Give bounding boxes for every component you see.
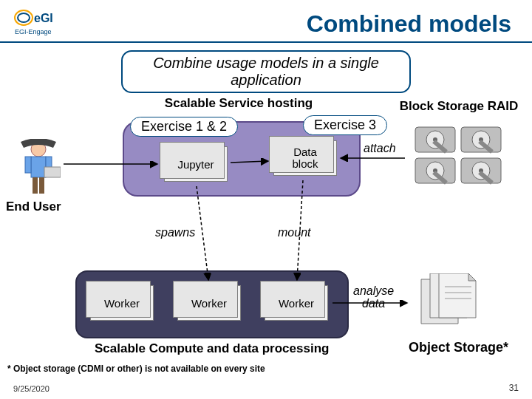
exercise-3-pill: Exercise 3 (303, 115, 387, 135)
svg-line-32 (197, 186, 208, 279)
data-block-node: Data block (273, 140, 337, 176)
svg-line-33 (297, 180, 303, 279)
worker-node: Worker (177, 285, 241, 321)
jupyter-node: Jupyter (164, 146, 228, 182)
exercise-1-2-pill: Exercise 1 & 2 (130, 117, 238, 137)
worker-node: Worker (90, 285, 154, 321)
svg-line-31 (231, 161, 267, 163)
worker-node: Worker (265, 285, 328, 321)
arrows-overlay (0, 0, 532, 399)
